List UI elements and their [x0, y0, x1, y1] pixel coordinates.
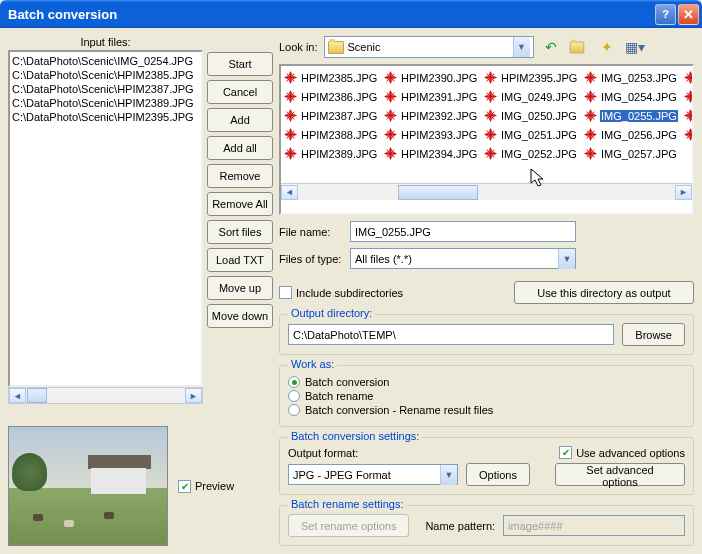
image-file-icon	[583, 146, 598, 161]
image-file-icon	[483, 108, 498, 123]
up-folder-icon[interactable]	[568, 36, 590, 58]
image-file-icon	[683, 70, 694, 85]
new-folder-icon[interactable]: ✦	[596, 36, 618, 58]
file-name: HPIM2394.JPG	[400, 148, 478, 160]
chevron-down-icon[interactable]: ▼	[558, 249, 575, 269]
file-item[interactable]: HPIM2390.JPG	[381, 68, 481, 87]
file-item[interactable]: HPIM2393.JPG	[381, 125, 481, 144]
file-item[interactable]: HPIM2387.JPG	[281, 106, 381, 125]
close-button[interactable]: ✕	[678, 4, 699, 25]
move-down-button[interactable]: Move down	[207, 304, 273, 328]
file-item[interactable]: IMG_0253.JPG	[581, 68, 681, 87]
scroll-right-icon[interactable]: ►	[675, 185, 692, 200]
set-advanced-button[interactable]: Set advanced options	[555, 463, 685, 486]
file-item[interactable]: IMG_0292.JPG	[681, 87, 694, 106]
file-item[interactable]: IMG_0256.JPG	[581, 125, 681, 144]
filetype-dropdown[interactable]: All files (*.*) ▼	[350, 248, 576, 269]
file-item[interactable]: HPIM2391.JPG	[381, 87, 481, 106]
radio-batch-conv-rename[interactable]: Batch conversion - Rename result files	[288, 404, 685, 416]
preview-checkbox[interactable]: ✔ Preview	[178, 480, 234, 493]
browser-hscroll[interactable]: ◄ ►	[281, 183, 692, 200]
chevron-down-icon[interactable]: ▼	[513, 37, 530, 57]
add-button[interactable]: Add	[207, 108, 273, 132]
file-item[interactable]: IMG_0255.JPG	[581, 106, 681, 125]
options-button[interactable]: Options	[466, 463, 530, 486]
file-item[interactable]: IMG_0254.JPG	[581, 87, 681, 106]
file-name: HPIM2395.JPG	[500, 72, 578, 84]
image-file-icon	[483, 127, 498, 142]
file-item[interactable]: IMG_0293.JPG	[681, 106, 694, 125]
file-item[interactable]: IMG_0294.JPG	[681, 125, 694, 144]
radio-icon	[288, 376, 300, 388]
file-name: IMG_0250.JPG	[500, 110, 578, 122]
file-name: HPIM2387.JPG	[300, 110, 378, 122]
file-item[interactable]: HPIM2394.JPG	[381, 144, 481, 163]
titlebar: Batch conversion ? ✕	[0, 0, 702, 28]
image-file-icon	[283, 127, 298, 142]
list-item[interactable]: C:\DataPhoto\Scenic\IMG_0254.JPG	[12, 54, 199, 68]
image-file-icon	[283, 146, 298, 161]
file-item[interactable]: IMG_0249.JPG	[481, 87, 581, 106]
scroll-left-icon[interactable]: ◄	[9, 388, 26, 403]
add-all-button[interactable]: Add all	[207, 136, 273, 160]
file-browser[interactable]: HPIM2385.JPGHPIM2386.JPGHPIM2387.JPGHPIM…	[279, 64, 694, 215]
scroll-left-icon[interactable]: ◄	[281, 185, 298, 200]
help-button[interactable]: ?	[655, 4, 676, 25]
file-item[interactable]: IMG_0257.JPG	[581, 144, 681, 163]
filename-input[interactable]	[350, 221, 576, 242]
file-item[interactable]: IMG_0252.JPG	[481, 144, 581, 163]
image-file-icon	[683, 127, 694, 142]
image-file-icon	[483, 89, 498, 104]
file-name: HPIM2385.JPG	[300, 72, 378, 84]
cancel-button[interactable]: Cancel	[207, 80, 273, 104]
scroll-thumb[interactable]	[27, 388, 47, 403]
file-item[interactable]: HPIM2385.JPG	[281, 68, 381, 87]
output-format-dropdown[interactable]: JPG - JPEG Format ▼	[288, 464, 458, 485]
image-file-icon	[583, 127, 598, 142]
output-dir-input[interactable]	[288, 324, 614, 345]
input-files-hscroll[interactable]: ◄ ►	[8, 387, 203, 404]
file-name: IMG_0253.JPG	[600, 72, 678, 84]
folder-icon	[328, 41, 344, 54]
input-files-list[interactable]: C:\DataPhoto\Scenic\IMG_0254.JPG C:\Data…	[8, 50, 203, 387]
radio-batch-rename[interactable]: Batch rename	[288, 390, 685, 402]
scroll-right-icon[interactable]: ►	[185, 388, 202, 403]
remove-button[interactable]: Remove	[207, 164, 273, 188]
start-button[interactable]: Start	[207, 52, 273, 76]
back-icon[interactable]: ↶	[540, 36, 562, 58]
file-item[interactable]: IMG_0258.JPG	[681, 68, 694, 87]
use-advanced-checkbox[interactable]: ✔ Use advanced options	[559, 446, 685, 459]
file-item[interactable]: HPIM2388.JPG	[281, 125, 381, 144]
list-item[interactable]: C:\DataPhoto\Scenic\HPIM2395.JPG	[12, 110, 199, 124]
work-as-group: Work as: Batch conversion Batch rename B…	[279, 365, 694, 427]
list-item[interactable]: C:\DataPhoto\Scenic\HPIM2389.JPG	[12, 96, 199, 110]
view-menu-icon[interactable]: ▦▾	[624, 36, 646, 58]
file-name: IMG_0254.JPG	[600, 91, 678, 103]
load-txt-button[interactable]: Load TXT	[207, 248, 273, 272]
lookin-dropdown[interactable]: Scenic ▼	[324, 36, 534, 58]
file-item[interactable]: HPIM2395.JPG	[481, 68, 581, 87]
preview-thumbnail	[8, 426, 168, 546]
sort-files-button[interactable]: Sort files	[207, 220, 273, 244]
radio-icon	[288, 390, 300, 402]
file-item[interactable]: IMG_0250.JPG	[481, 106, 581, 125]
include-subdirs-checkbox[interactable]: Include subdirectories	[279, 286, 403, 299]
file-name: HPIM2390.JPG	[400, 72, 478, 84]
browse-button[interactable]: Browse	[622, 323, 685, 346]
filename-label: File name:	[279, 226, 344, 238]
list-item[interactable]: C:\DataPhoto\Scenic\HPIM2385.JPG	[12, 68, 199, 82]
input-files-label: Input files:	[8, 36, 203, 48]
radio-batch-conversion[interactable]: Batch conversion	[288, 376, 685, 388]
move-up-button[interactable]: Move up	[207, 276, 273, 300]
remove-all-button[interactable]: Remove All	[207, 192, 273, 216]
chevron-down-icon[interactable]: ▼	[440, 465, 457, 485]
file-item[interactable]: IMG_0251.JPG	[481, 125, 581, 144]
set-rename-button: Set rename options	[288, 514, 409, 537]
file-item[interactable]: HPIM2389.JPG	[281, 144, 381, 163]
image-file-icon	[283, 108, 298, 123]
scroll-thumb[interactable]	[398, 185, 478, 200]
file-item[interactable]: HPIM2386.JPG	[281, 87, 381, 106]
file-item[interactable]: HPIM2392.JPG	[381, 106, 481, 125]
list-item[interactable]: C:\DataPhoto\Scenic\HPIM2387.JPG	[12, 82, 199, 96]
use-directory-button[interactable]: Use this directory as output	[514, 281, 694, 304]
